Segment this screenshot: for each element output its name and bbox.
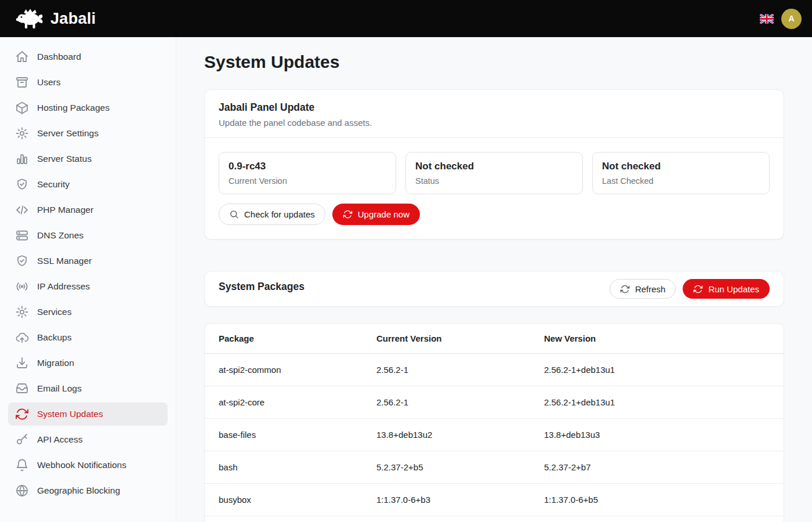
sidebar-item-php-manager[interactable]: PHP Manager xyxy=(8,198,168,222)
globe-icon xyxy=(15,484,29,498)
stat-box-current-version: 0.9-rc43Current Version xyxy=(219,152,396,194)
home-icon xyxy=(15,50,29,64)
table-column-header: New Version xyxy=(544,324,784,354)
table-row: base-files13.8+deb13u213.8+deb13u3 xyxy=(205,419,784,451)
panel-update-description: Update the panel codebase and assets. xyxy=(219,118,770,128)
sidebar-item-label: Services xyxy=(37,307,71,317)
sidebar-item-migration[interactable]: Migration xyxy=(8,351,168,375)
table-column-header: Current Version xyxy=(376,324,544,354)
archive-icon xyxy=(15,75,29,89)
sidebar-item-ssl-manager[interactable]: SSL Manager xyxy=(8,249,168,273)
key-icon xyxy=(15,433,29,447)
table-cell: 2.56.2-1 xyxy=(376,386,544,419)
bar-chart-icon xyxy=(15,152,29,166)
table-cell xyxy=(544,516,784,522)
refresh-icon xyxy=(343,209,353,219)
sidebar-nav: DashboardUsersHosting PackagesServer Set… xyxy=(0,37,176,522)
top-bar: Jabali A xyxy=(0,0,812,37)
cloud-upload-icon xyxy=(15,331,29,345)
sidebar-item-label: Users xyxy=(37,77,60,88)
sidebar-item-services[interactable]: Services xyxy=(8,300,168,324)
panel-update-card: Jabali Panel Update Update the panel cod… xyxy=(204,89,784,240)
update-actions: Check for updates Upgrade now xyxy=(219,204,770,225)
sidebar-item-label: System Updates xyxy=(37,409,103,419)
sidebar-item-label: API Access xyxy=(37,434,82,445)
table-cell: 13.8+deb13u2 xyxy=(376,419,544,451)
brand[interactable]: Jabali xyxy=(15,6,96,31)
sidebar-item-label: Migration xyxy=(37,358,74,368)
sidebar-item-label: Backups xyxy=(37,332,71,343)
broadcast-icon xyxy=(15,280,29,293)
table-cell: 1:1.37.0-6+b3 xyxy=(376,484,544,516)
system-packages-title: System Packages xyxy=(219,281,304,293)
server-stack-icon xyxy=(15,229,29,242)
table-header-row: PackageCurrent VersionNew Version xyxy=(205,324,784,354)
sidebar-item-geographic-blocking[interactable]: Geographic Blocking xyxy=(8,479,168,502)
download-icon xyxy=(15,356,29,370)
table-cell: 2.56.2-1+deb13u1 xyxy=(544,354,784,386)
table-row: at-spi2-core2.56.2-12.56.2-1+deb13u1 xyxy=(205,386,784,419)
system-packages-card: System Packages Refresh Run Updates xyxy=(204,271,784,307)
stat-box-status: Not checkedStatus xyxy=(405,152,583,194)
refresh-icon xyxy=(620,284,630,294)
upgrade-now-label: Upgrade now xyxy=(358,209,409,219)
table-cell: bash xyxy=(205,451,376,484)
sidebar-item-email-logs[interactable]: Email Logs xyxy=(8,377,168,400)
run-updates-label: Run Updates xyxy=(708,284,759,294)
sidebar-item-server-status[interactable]: Server Status xyxy=(8,147,168,171)
table-cell: base-files xyxy=(205,419,376,451)
sidebar-item-server-settings[interactable]: Server Settings xyxy=(8,122,168,145)
table-cell: at-spi2-core xyxy=(205,386,376,419)
refresh-button[interactable]: Refresh xyxy=(610,279,676,299)
code-icon xyxy=(15,203,29,217)
table-cell: 13.8+deb13u3 xyxy=(544,419,784,451)
check-for-updates-button[interactable]: Check for updates xyxy=(219,204,325,225)
upgrade-now-button[interactable]: Upgrade now xyxy=(332,204,420,225)
sidebar-item-label: Security xyxy=(37,179,70,190)
sidebar-item-dashboard[interactable]: Dashboard xyxy=(8,45,168,68)
sidebar-item-webhook-notifications[interactable]: Webhook Notifications xyxy=(8,454,168,477)
refresh-icon xyxy=(15,407,29,421)
sidebar-item-backups[interactable]: Backups xyxy=(8,326,168,349)
table-cell: 5.2.37-2+b7 xyxy=(544,451,784,484)
sidebar-item-label: SSL Manager xyxy=(37,256,92,266)
sidebar-item-label: IP Addresses xyxy=(37,281,90,292)
table-cell: 2.56.2-1 xyxy=(376,354,544,386)
search-icon xyxy=(229,209,239,219)
user-avatar[interactable]: A xyxy=(781,9,802,29)
sidebar-item-label: DNS Zones xyxy=(37,230,84,241)
packages-table: PackageCurrent VersionNew Version at-spi… xyxy=(205,324,784,522)
sidebar-item-label: Dashboard xyxy=(37,52,81,62)
table-column-header: Package xyxy=(205,324,376,354)
sidebar-item-dns-zones[interactable]: DNS Zones xyxy=(8,224,168,247)
shield-check-icon xyxy=(15,254,29,268)
stat-value: Not checked xyxy=(602,161,760,172)
page-title: System Updates xyxy=(204,52,784,72)
packages-actions: Refresh Run Updates xyxy=(610,279,770,299)
table-cell: 1:1.37.0-6+b5 xyxy=(544,484,784,516)
uk-flag-icon[interactable] xyxy=(760,14,774,24)
stat-value: 0.9-rc43 xyxy=(229,161,386,172)
sidebar-item-label: PHP Manager xyxy=(37,205,93,215)
table-row: bash5.2.37-2+b55.2.37-2+b7 xyxy=(205,451,784,484)
package-icon xyxy=(15,101,29,115)
shield-check-icon xyxy=(15,177,29,191)
sidebar-item-api-access[interactable]: API Access xyxy=(8,428,168,451)
table-row: busybox1:1.37.0-6+b31:1.37.0-6+b5 xyxy=(205,484,784,516)
sidebar-item-security[interactable]: Security xyxy=(8,173,168,196)
sidebar-item-system-updates[interactable]: System Updates xyxy=(8,403,168,426)
sidebar-item-label: Hosting Packages xyxy=(37,103,110,113)
sidebar-item-ip-addresses[interactable]: IP Addresses xyxy=(8,275,168,298)
run-updates-button[interactable]: Run Updates xyxy=(683,279,770,299)
sidebar-item-users[interactable]: Users xyxy=(8,71,168,94)
sidebar-item-label: Email Logs xyxy=(37,383,82,394)
check-updates-label: Check for updates xyxy=(244,209,315,219)
sidebar-item-label: Webhook Notifications xyxy=(37,460,126,470)
table-row: at-spi2-common2.56.2-12.56.2-1+deb13u1 xyxy=(205,354,784,386)
stat-value: Not checked xyxy=(415,161,573,172)
table-cell: busybox xyxy=(205,484,376,516)
sidebar-item-hosting-packages[interactable]: Hosting Packages xyxy=(8,96,168,119)
stat-label: Status xyxy=(415,176,573,186)
table-cell: 2.56.2-1+deb13u1 xyxy=(544,386,784,419)
boar-icon xyxy=(15,6,46,31)
